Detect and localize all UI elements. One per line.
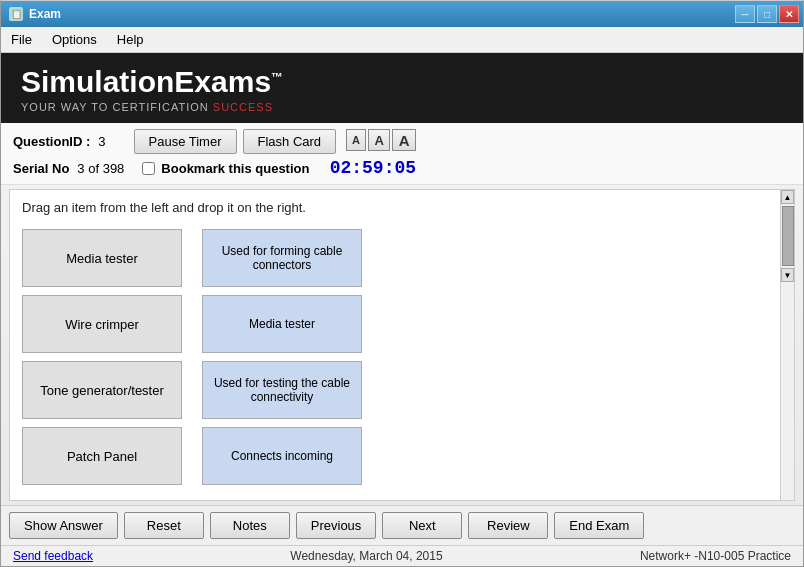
title-bar: 📋 Exam ─ □ ✕: [1, 1, 803, 27]
question-id-value: 3: [98, 134, 105, 149]
drop-targets-column: Used for forming cable connectors Media …: [202, 229, 362, 485]
content-inner: Drag an item from the left and drop it o…: [10, 190, 794, 500]
banner: SimulationExams™ YOUR WAY TO CERTIFICATI…: [1, 53, 803, 123]
timer-display: 02:59:05: [330, 158, 416, 178]
status-bar: Send feedback Wednesday, March 04, 2015 …: [1, 545, 803, 566]
question-id-label: QuestionID :: [13, 134, 90, 149]
end-exam-button[interactable]: End Exam: [554, 512, 644, 539]
notes-button[interactable]: Notes: [210, 512, 290, 539]
status-date: Wednesday, March 04, 2015: [290, 549, 442, 563]
drag-item-1[interactable]: Wire crimper: [22, 295, 182, 353]
scroll-track[interactable]: ▲ ▼: [780, 190, 794, 500]
window-title: Exam: [29, 7, 61, 21]
drop-target-2[interactable]: Used for testing the cable connectivity: [202, 361, 362, 419]
review-button[interactable]: Review: [468, 512, 548, 539]
scroll-thumb[interactable]: [782, 206, 794, 266]
next-button[interactable]: Next: [382, 512, 462, 539]
pause-timer-button[interactable]: Pause Timer: [134, 129, 237, 154]
font-small-button[interactable]: A: [346, 129, 366, 151]
drop-target-1[interactable]: Media tester: [202, 295, 362, 353]
font-medium-button[interactable]: A: [368, 129, 390, 151]
bookmark-label: Bookmark this question: [161, 161, 309, 176]
show-answer-button[interactable]: Show Answer: [9, 512, 118, 539]
menu-options[interactable]: Options: [42, 29, 107, 50]
instruction-text: Drag an item from the left and drop it o…: [22, 200, 782, 215]
drag-item-0[interactable]: Media tester: [22, 229, 182, 287]
drag-item-3[interactable]: Patch Panel: [22, 427, 182, 485]
banner-logo: SimulationExams™: [21, 65, 283, 99]
serial-label: Serial No: [13, 161, 69, 176]
button-bar: Show Answer Reset Notes Previous Next Re…: [1, 505, 803, 545]
menu-bar: File Options Help: [1, 27, 803, 53]
window-controls: ─ □ ✕: [735, 5, 799, 23]
status-exam: Network+ -N10-005 Practice: [640, 549, 791, 563]
flash-card-button[interactable]: Flash Card: [243, 129, 337, 154]
menu-file[interactable]: File: [1, 29, 42, 50]
scroll-up-button[interactable]: ▲: [781, 190, 794, 204]
close-button[interactable]: ✕: [779, 5, 799, 23]
drag-item-2[interactable]: Tone generator/tester: [22, 361, 182, 419]
scroll-down-button[interactable]: ▼: [781, 268, 794, 282]
drag-items-column: Media tester Wire crimper Tone generator…: [22, 229, 182, 485]
font-large-button[interactable]: A: [392, 129, 416, 151]
menu-help[interactable]: Help: [107, 29, 154, 50]
send-feedback-link[interactable]: Send feedback: [13, 549, 93, 563]
window-icon: 📋: [9, 7, 23, 21]
previous-button[interactable]: Previous: [296, 512, 377, 539]
banner-tagline: YOUR WAY TO CERTIFICATION SUCCESS: [21, 101, 283, 113]
question-info-bar: QuestionID : 3 Pause Timer Flash Card A …: [1, 123, 803, 185]
drop-target-3[interactable]: Connects incoming: [202, 427, 362, 485]
main-content-area: Drag an item from the left and drop it o…: [9, 189, 795, 501]
bookmark-checkbox[interactable]: [142, 162, 155, 175]
drag-drop-grid: Media tester Wire crimper Tone generator…: [22, 229, 782, 485]
reset-button[interactable]: Reset: [124, 512, 204, 539]
serial-value: 3 of 398: [77, 161, 124, 176]
drop-target-0[interactable]: Used for forming cable connectors: [202, 229, 362, 287]
minimize-button[interactable]: ─: [735, 5, 755, 23]
maximize-button[interactable]: □: [757, 5, 777, 23]
